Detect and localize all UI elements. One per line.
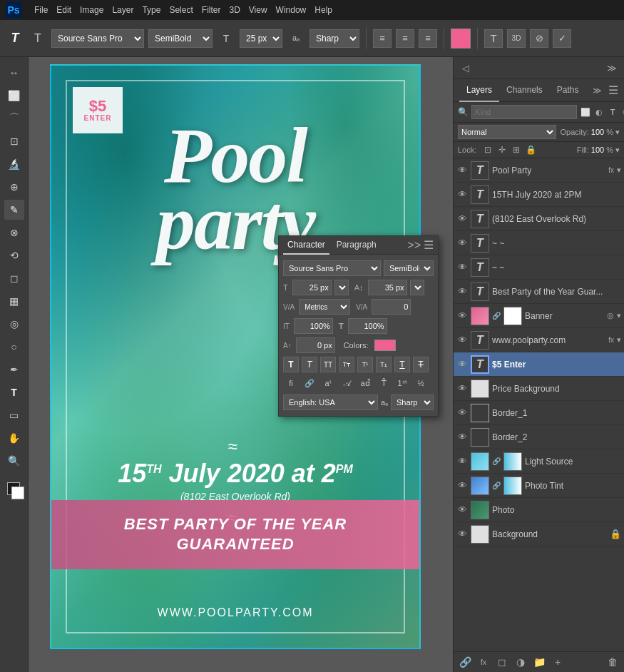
layer-options-icon[interactable]: ◎ — [607, 311, 614, 320]
char-color-swatch[interactable] — [374, 340, 396, 351]
hand-tool[interactable]: ✋ — [4, 428, 24, 448]
layer-item[interactable]: 👁 T www.poolparty.com fx ▾ — [454, 328, 624, 352]
layer-item[interactable]: 👁 T ~ ~ — [454, 255, 624, 280]
lasso-tool[interactable]: ⌒ — [4, 108, 24, 128]
layer-item[interactable]: 👁 T (8102 East Overlook Rd) — [454, 207, 624, 231]
layer-item[interactable]: 👁 T Best Party of the Year Guar... — [454, 280, 624, 304]
layer-item[interactable]: 👁 🔗 Photo Tint — [454, 474, 624, 498]
contextual-alt-button[interactable]: T̃ — [376, 375, 392, 391]
pixel-layer-filter[interactable]: ⬜ — [580, 106, 591, 118]
new-group-button[interactable]: 📁 — [532, 655, 546, 669]
add-mask-button[interactable]: ◻ — [495, 655, 509, 669]
shape-tool[interactable]: ▭ — [4, 405, 24, 425]
superscript-button[interactable]: T¹ — [357, 357, 373, 372]
delete-layer-button[interactable]: 🗑 — [605, 655, 620, 669]
text-orientation-icon[interactable]: T — [29, 29, 47, 48]
healing-tool[interactable]: ⊕ — [4, 177, 24, 197]
layer-expand-arrow[interactable]: ▾ — [617, 335, 621, 345]
anti-alias-dropdown[interactable]: Sharp — [310, 29, 359, 48]
layers-expand-icon[interactable]: ≫ — [593, 86, 602, 96]
panel-menu-icon[interactable]: ☰ — [424, 238, 434, 252]
kern-input[interactable] — [372, 299, 411, 315]
layer-expand-arrow[interactable]: ▾ — [617, 166, 621, 175]
layer-link-icon[interactable]: 🔗 — [492, 482, 501, 490]
commit-button[interactable]: ✓ — [553, 29, 571, 48]
bold-button[interactable]: T — [283, 357, 299, 372]
zoom-tool[interactable]: 🔍 — [4, 451, 24, 471]
menu-file[interactable]: File — [34, 5, 48, 15]
strikethrough-button[interactable]: T — [413, 357, 429, 372]
menu-select[interactable]: Select — [169, 5, 193, 15]
warp-text-button[interactable]: T — [484, 29, 503, 48]
aa-dropdown[interactable]: Sharp — [391, 394, 434, 410]
layer-visibility-toggle[interactable]: 👁 — [456, 504, 468, 516]
layer-visibility-toggle[interactable]: 👁 — [456, 213, 468, 225]
layer-item[interactable]: 👁 Price Background — [454, 377, 624, 401]
tab-layers[interactable]: Layers — [459, 79, 499, 102]
italic-button[interactable]: T — [302, 357, 317, 372]
fill-value[interactable]: 100 — [591, 146, 604, 154]
collapse-icon[interactable]: ◁ — [458, 60, 474, 76]
ligature-button[interactable]: fi — [283, 375, 299, 391]
leading-input[interactable] — [368, 280, 407, 295]
layer-visibility-toggle[interactable]: 👁 — [456, 189, 468, 200]
layer-visibility-toggle[interactable]: 👁 — [456, 480, 468, 492]
layer-item[interactable]: 👁 T Pool Party fx ▾ — [454, 158, 624, 183]
paragraph-tab[interactable]: Paragraph — [332, 236, 381, 255]
superscript-num-button[interactable]: 1ˢᵗ — [394, 375, 410, 391]
text-tool[interactable]: T — [4, 382, 24, 402]
scale-h-input[interactable] — [294, 318, 333, 334]
blur-tool[interactable]: ◎ — [4, 314, 24, 334]
history-tool[interactable]: ⟲ — [4, 245, 24, 265]
font-weight-dropdown[interactable]: SemiBold — [148, 29, 213, 48]
lock-pixels-icon[interactable]: ⊡ — [482, 144, 493, 156]
new-layer-button[interactable]: + — [551, 655, 565, 669]
selection-tool[interactable]: ⬜ — [4, 86, 24, 106]
tracking-dropdown[interactable]: Metrics — [299, 299, 350, 315]
tab-paths[interactable]: Paths — [550, 79, 586, 102]
fx-bottom-button[interactable]: fx — [476, 655, 491, 669]
layer-item[interactable]: 👁 Border_1 — [454, 401, 624, 425]
align-center-button[interactable]: ≡ — [396, 29, 414, 48]
cancel-button[interactable]: ⊘ — [530, 29, 548, 48]
text-color-swatch[interactable] — [451, 29, 471, 49]
menu-filter[interactable]: Filter — [202, 5, 221, 15]
dodge-tool[interactable]: ○ — [4, 337, 24, 357]
layer-visibility-toggle[interactable]: 👁 — [456, 456, 468, 467]
text-tool-icon[interactable]: T — [6, 29, 24, 48]
layer-visibility-toggle[interactable]: 👁 — [456, 286, 468, 297]
panel-expand-icon[interactable]: >> — [407, 239, 421, 252]
3d-text-button[interactable]: 3D — [507, 29, 526, 48]
layer-link-icon[interactable]: 🔗 — [492, 312, 501, 320]
menu-window[interactable]: Window — [276, 5, 307, 15]
layers-menu-icon[interactable]: ☰ — [608, 83, 618, 97]
fill-arrow[interactable]: ▾ — [615, 146, 620, 155]
fraction-button[interactable]: ½ — [413, 375, 429, 391]
layer-visibility-toggle[interactable]: 👁 — [456, 359, 468, 370]
titling-alt-button[interactable]: ad̄ — [357, 375, 373, 391]
menu-help[interactable]: Help — [314, 5, 332, 15]
align-left-button[interactable]: ≡ — [373, 29, 392, 48]
layer-visibility-toggle[interactable]: 👁 — [456, 262, 468, 273]
layer-visibility-toggle[interactable]: 👁 — [456, 310, 468, 322]
baseline-input[interactable] — [296, 337, 335, 353]
font-size-dropdown[interactable]: 25 px — [240, 29, 282, 48]
layer-visibility-toggle[interactable]: 👁 — [456, 165, 468, 176]
layer-visibility-toggle[interactable]: 👁 — [456, 407, 468, 419]
layer-item[interactable]: 👁 🔗 Banner ◎ ▾ — [454, 304, 624, 328]
layer-item[interactable]: 👁 Photo — [454, 498, 624, 522]
char-font-name-dropdown[interactable]: Source Sans Pro — [283, 260, 381, 276]
font-family-dropdown[interactable]: Source Sans Pro — [51, 29, 144, 48]
menu-type[interactable]: Type — [142, 5, 160, 15]
layer-item[interactable]: 👁 Background 🔒 — [454, 522, 624, 546]
clone-tool[interactable]: ⊗ — [4, 223, 24, 243]
all-caps-button[interactable]: TT — [320, 357, 336, 372]
opacity-value[interactable]: 100 — [591, 128, 604, 136]
blend-mode-dropdown[interactable]: Normal — [458, 125, 556, 139]
subscript-button[interactable]: T₁ — [376, 357, 392, 372]
lock-all-icon[interactable]: 🔒 — [525, 144, 536, 156]
layer-expand-arrow[interactable]: ▾ — [617, 311, 621, 320]
menu-layer[interactable]: Layer — [112, 5, 133, 15]
crop-tool[interactable]: ⊡ — [4, 131, 24, 151]
align-right-button[interactable]: ≡ — [419, 29, 437, 48]
